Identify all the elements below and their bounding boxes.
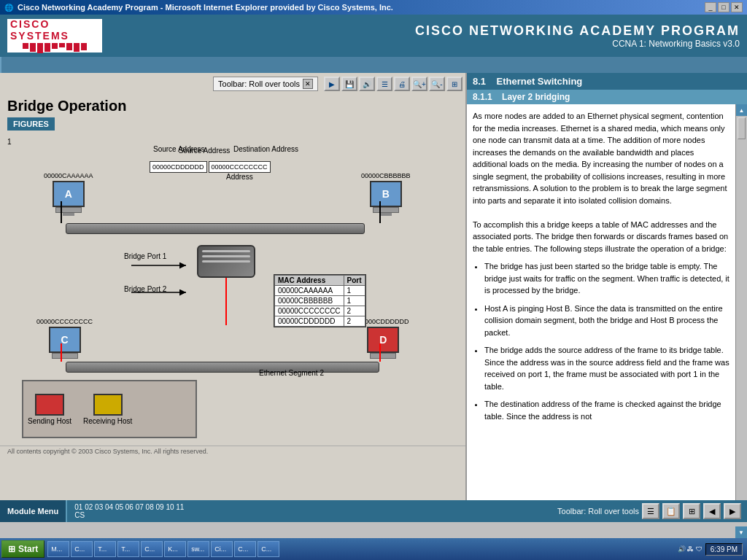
bottom-nav: 01 02 03 04 05 06 07 08 09 10 11 CS bbox=[67, 502, 191, 521]
taskbar-app-7[interactable]: sw... bbox=[187, 541, 209, 557]
host-b-label: 00000CBBBBBB bbox=[361, 172, 411, 179]
grid-button[interactable]: ⊞ bbox=[446, 77, 462, 91]
mac-row-3: 00000CCCCCCCC 2 bbox=[275, 306, 365, 316]
module-menu-button[interactable]: Module Menu bbox=[0, 500, 67, 522]
host-a-icon: 00000CAAAAAA A bbox=[44, 172, 93, 216]
dest-addr-value: 00000CCCCCCCC bbox=[209, 161, 271, 173]
bottom-bar: Module Menu 01 02 03 04 05 06 07 08 09 1… bbox=[0, 500, 747, 522]
taskbar-apps: M... C... T... T... C... K... sw... Ci..… bbox=[47, 541, 674, 557]
right-panel: 8.1 Ethernet Switching 8.1.1 Layer 2 bri… bbox=[467, 73, 747, 500]
bullet-list: The bridge has just been started so the … bbox=[473, 260, 729, 422]
host-a-base bbox=[55, 207, 82, 213]
section-title: Ethernet Switching bbox=[497, 76, 583, 87]
host-a-label: 00000CAAAAAA bbox=[44, 172, 93, 179]
body-text: As more nodes are added to an Ethernet p… bbox=[473, 110, 729, 206]
scroll-thumb[interactable] bbox=[738, 117, 746, 139]
figure-number: 1 bbox=[7, 138, 12, 146]
taskbar-app-9[interactable]: C... bbox=[234, 541, 256, 557]
ethernet-seg2-label: Ethernet Segment 2 bbox=[259, 369, 324, 377]
mac-row-1: 00000CAAAAAA 1 bbox=[275, 286, 365, 296]
receiving-host-legend: Receiving Host bbox=[83, 394, 132, 425]
bottom-tb-btn-2[interactable]: 📋 bbox=[662, 503, 680, 519]
bottom-tb-btn-3[interactable]: ⊞ bbox=[683, 503, 700, 519]
host-c-label: 00000CCCCCCCC bbox=[36, 318, 93, 325]
bridge-port2-arrow bbox=[124, 281, 197, 303]
zoom-in-button[interactable]: 🔍+ bbox=[411, 77, 427, 91]
bottom-tb-prev[interactable]: ◀ bbox=[703, 503, 721, 519]
toolbar-label: Toolbar: Roll over tools bbox=[218, 79, 300, 88]
taskbar-app-2[interactable]: C... bbox=[71, 541, 93, 557]
mac-row-4: 00000CDDDDDD 2 bbox=[275, 316, 365, 327]
host-a-stand bbox=[63, 213, 74, 216]
maximize-button[interactable]: □ bbox=[718, 2, 729, 12]
list-button[interactable]: ☰ bbox=[376, 77, 392, 91]
right-panel-wrap: As more nodes are added to an Ethernet p… bbox=[467, 104, 747, 500]
wire-c-to-hub2 bbox=[61, 343, 62, 362]
body-text-2: To accomplish this a bridge keeps a tabl… bbox=[473, 219, 729, 255]
taskbar-app-4[interactable]: T... bbox=[117, 541, 139, 557]
bottom-toolbar-label: Toolbar: Roll over tools bbox=[557, 507, 639, 516]
copyright: All contents copyright © 2003 Cisco Syst… bbox=[0, 446, 465, 456]
source-label: Source Address bbox=[153, 145, 205, 153]
subsection-title: Layer 2 bridging bbox=[502, 92, 570, 102]
zoom-out-button[interactable]: 🔍- bbox=[429, 77, 445, 91]
clock: 6:39 PM bbox=[705, 543, 743, 556]
hub-segment-1 bbox=[66, 223, 365, 234]
taskbar-right: 🔊 🖧 🛡 6:39 PM bbox=[675, 543, 746, 556]
address-boxes: 00000CDDDDDD 00000CCCCCCCC bbox=[150, 161, 271, 173]
audio-button[interactable]: 🔊 bbox=[359, 77, 375, 91]
program-subtitle: CCNA 1: Networking Basics v3.0 bbox=[102, 39, 740, 49]
port-col-header: Port bbox=[344, 276, 365, 286]
bottom-tb-next[interactable]: ▶ bbox=[724, 503, 741, 519]
subsection-number: 8.1.1 bbox=[473, 92, 492, 102]
host-b-base bbox=[373, 207, 399, 213]
host-d-base bbox=[370, 353, 396, 359]
scrollbar[interactable]: ▲ ▼ bbox=[735, 104, 747, 500]
window-controls[interactable]: _ □ ✕ bbox=[705, 2, 743, 12]
save-button[interactable]: 💾 bbox=[341, 77, 357, 91]
nav-numbers[interactable]: 01 02 03 04 05 06 07 08 09 10 11 bbox=[74, 503, 184, 511]
taskbar-app-6[interactable]: K... bbox=[164, 541, 186, 557]
bar4 bbox=[44, 43, 50, 52]
bar5 bbox=[52, 43, 58, 49]
hub-segment-2 bbox=[66, 362, 379, 373]
minimize-button[interactable]: _ bbox=[705, 2, 716, 12]
taskbar-app-10[interactable]: C... bbox=[258, 541, 279, 557]
cisco-header: CISCO SYSTEMS CISCO NETWORKING ACADEMY P… bbox=[0, 15, 747, 57]
wire-d-to-hub2 bbox=[379, 343, 381, 362]
figures-tab[interactable]: FIGURES bbox=[7, 117, 55, 131]
wire-a-to-hub bbox=[61, 201, 62, 223]
right-panel-subheader: 8.1.1 Layer 2 bridging bbox=[467, 90, 747, 104]
taskbar-app-5[interactable]: C... bbox=[141, 541, 163, 557]
toolbar-close-button[interactable]: ✕ bbox=[303, 79, 313, 89]
main-layout: Toolbar: Roll over tools ✕ ▶ 💾 🔊 ☰ 🖨 🔍+ … bbox=[0, 73, 747, 500]
section-number: 8.1 bbox=[473, 76, 486, 87]
mac-row-2: 00000CBBBBBB 1 bbox=[275, 296, 365, 306]
start-button[interactable]: ⊞ Start bbox=[1, 540, 44, 558]
print-button[interactable]: 🖨 bbox=[394, 77, 410, 91]
host-c-monitor: C bbox=[49, 327, 81, 353]
receiving-host-icon bbox=[93, 394, 123, 416]
mac-addr-1: 00000CAAAAAA bbox=[275, 286, 344, 296]
cisco-brand-text: CISCO SYSTEMS bbox=[10, 18, 99, 42]
bullet-3: The bridge adds the source address of th… bbox=[484, 344, 729, 392]
window-title: Cisco Networking Academy Program - Micro… bbox=[18, 3, 393, 12]
left-panel: Toolbar: Roll over tools ✕ ▶ 💾 🔊 ☰ 🖨 🔍+ … bbox=[0, 73, 467, 500]
bullet-4: The destination address of the frame is … bbox=[484, 398, 729, 422]
taskbar-app-3[interactable]: T... bbox=[94, 541, 116, 557]
close-button[interactable]: ✕ bbox=[731, 2, 743, 12]
bottom-toolbar: Toolbar: Roll over tools ☰ 📋 ⊞ ◀ ▶ bbox=[551, 503, 747, 519]
bar6 bbox=[59, 43, 65, 47]
right-panel-content: As more nodes are added to an Ethernet p… bbox=[467, 104, 735, 500]
bottom-tb-btn-1[interactable]: ☰ bbox=[642, 503, 659, 519]
taskbar-app-8[interactable]: Ci... bbox=[211, 541, 233, 557]
play-button[interactable]: ▶ bbox=[324, 77, 340, 91]
mac-addr-3: 00000CCCCCCCC bbox=[275, 306, 344, 316]
bar7 bbox=[66, 43, 72, 50]
nav-cs[interactable]: CS bbox=[74, 511, 184, 519]
host-b-monitor: B bbox=[370, 181, 402, 207]
scroll-up[interactable]: ▲ bbox=[736, 104, 747, 116]
taskbar-app-1[interactable]: M... bbox=[47, 541, 69, 557]
bullet-1: The bridge has just been started so the … bbox=[484, 260, 729, 297]
sending-host-label: Sending Host bbox=[28, 417, 71, 425]
